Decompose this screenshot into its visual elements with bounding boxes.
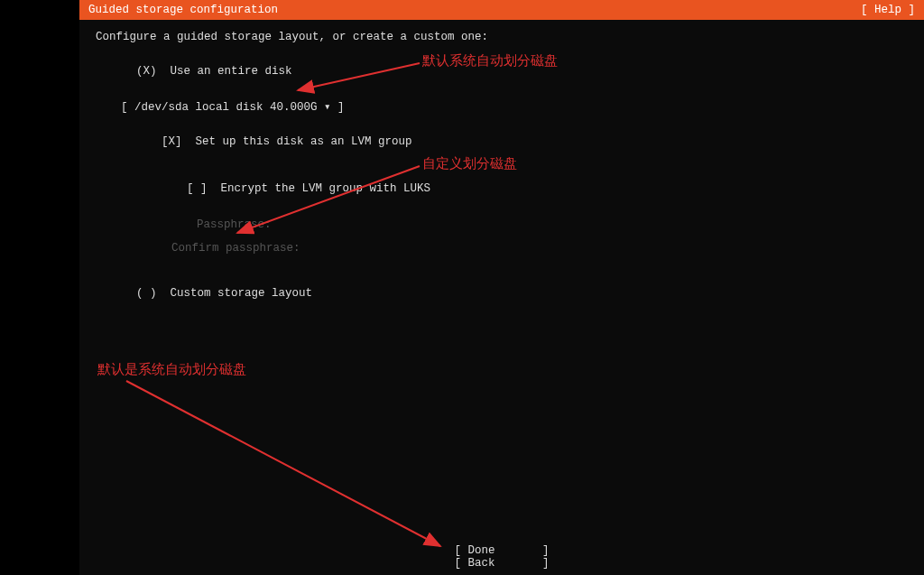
done-button[interactable]: [ Done ] [454, 544, 549, 557]
radio-entire-disk[interactable]: (X) [136, 65, 157, 78]
checkbox-lvm[interactable]: [X] [162, 135, 182, 148]
back-button[interactable]: [ Back ] [454, 557, 549, 570]
label-luks: Encrypt the LVM group with LUKS [221, 182, 431, 195]
header-bar: Guided storage configuration [ Help ] [79, 0, 924, 20]
checkbox-luks[interactable]: [ ] [187, 182, 208, 195]
radio-custom-layout[interactable]: ( ) [136, 287, 157, 300]
footer-buttons: [ Done ] [ Back ] [79, 544, 924, 570]
option-luks[interactable]: [ ] Encrypt the LVM group with LUKS [96, 170, 908, 208]
content-area: Configure a guided storage layout, or cr… [79, 20, 924, 327]
disk-selector[interactable]: [ /dev/sda local disk 40.000G ▾ ] [96, 99, 908, 114]
confirm-passphrase-label: Confirm passphrase: [96, 242, 908, 255]
option-entire-disk[interactable]: (X) Use an entire disk [96, 52, 908, 90]
option-custom-layout[interactable]: ( ) Custom storage layout [96, 274, 908, 312]
option-lvm[interactable]: [X] Set up this disk as an LVM group [96, 123, 908, 161]
label-entire-disk: Use an entire disk [171, 65, 292, 78]
prompt-text: Configure a guided storage layout, or cr… [96, 31, 908, 43]
label-custom-layout: Custom storage layout [171, 287, 313, 300]
passphrase-label: Passphrase: [96, 218, 908, 231]
page-title: Guided storage configuration [88, 4, 278, 16]
help-button[interactable]: [ Help ] [861, 4, 915, 16]
installer-frame: Guided storage configuration [ Help ] Co… [79, 0, 924, 575]
label-lvm: Set up this disk as an LVM group [196, 135, 412, 148]
